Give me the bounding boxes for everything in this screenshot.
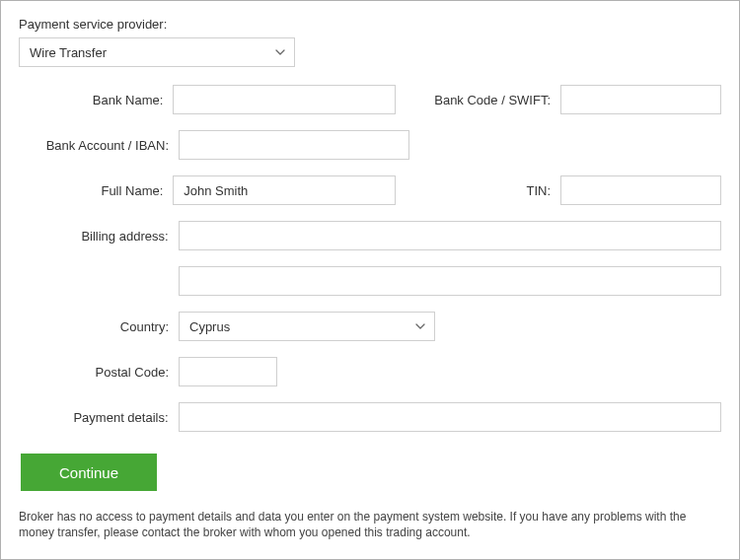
postal-code-input[interactable]	[179, 357, 277, 386]
psp-select[interactable]: Wire Transfer	[19, 37, 295, 67]
country-label: Country:	[19, 319, 179, 334]
payment-details-label: Payment details:	[19, 410, 179, 425]
continue-button[interactable]: Continue	[21, 454, 157, 491]
country-value: Cyprus	[189, 319, 230, 334]
iban-input[interactable]	[179, 130, 409, 160]
psp-value: Wire Transfer	[30, 45, 107, 60]
country-select[interactable]: Cyprus	[179, 312, 435, 341]
bank-code-label: Bank Code / SWIFT:	[413, 93, 560, 107]
bank-name-input[interactable]	[173, 85, 396, 114]
bank-name-label: Bank Name:	[19, 93, 173, 107]
billing-address-1-input[interactable]	[179, 221, 721, 250]
postal-code-label: Postal Code:	[19, 365, 179, 380]
billing-address-2-input[interactable]	[179, 266, 721, 296]
billing-address-label: Billing address:	[19, 229, 179, 244]
tin-label: TIN:	[413, 183, 560, 198]
payment-details-input[interactable]	[179, 402, 721, 432]
payment-form-panel: Payment service provider: Wire Transfer …	[0, 0, 740, 560]
full-name-label: Full Name:	[19, 183, 173, 198]
iban-label: Bank Account / IBAN:	[19, 138, 179, 153]
psp-label: Payment service provider:	[19, 17, 721, 32]
full-name-input[interactable]	[173, 175, 396, 205]
disclaimer-text: Broker has no access to payment details …	[19, 509, 721, 540]
bank-code-input[interactable]	[560, 85, 721, 114]
tin-input[interactable]	[560, 175, 721, 205]
